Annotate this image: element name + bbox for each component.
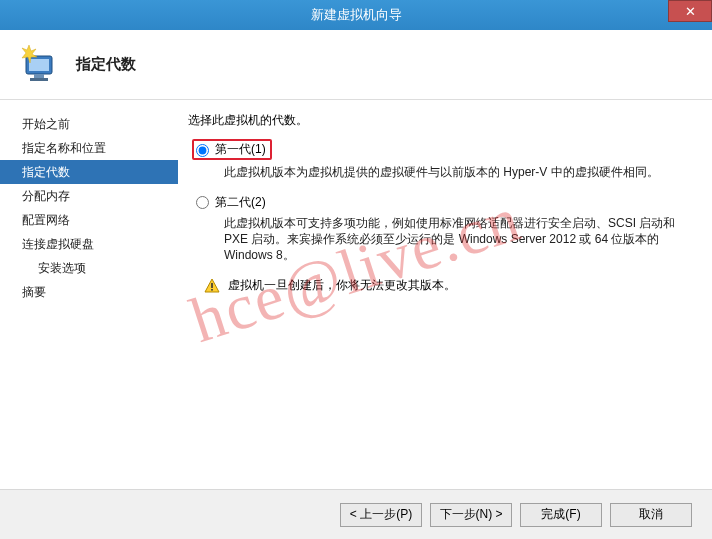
generation-1-option-highlight: 第一代(1): [192, 139, 272, 160]
svg-rect-3: [30, 78, 48, 81]
sidebar-step-6[interactable]: 安装选项: [0, 256, 178, 280]
wizard-icon: [18, 44, 60, 86]
sidebar-step-4[interactable]: 配置网络: [0, 208, 178, 232]
cancel-button[interactable]: 取消: [610, 503, 692, 527]
close-icon: ✕: [685, 4, 696, 19]
sidebar-step-0[interactable]: 开始之前: [0, 112, 178, 136]
sidebar-step-5[interactable]: 连接虚拟硬盘: [0, 232, 178, 256]
window-title: 新建虚拟机向导: [311, 6, 402, 24]
generation-1-description: 此虚拟机版本为虚拟机提供的虚拟硬件与以前版本的 Hyper-V 中的虚拟硬件相同…: [224, 164, 688, 180]
svg-rect-2: [34, 74, 44, 78]
sidebar-step-2[interactable]: 指定代数: [0, 160, 178, 184]
generation-2-description: 此虚拟机版本可支持多项功能，例如使用标准网络适配器进行安全启动、SCSI 启动和…: [224, 215, 688, 263]
svg-rect-7: [211, 289, 213, 291]
generation-2-label[interactable]: 第二代(2): [215, 194, 266, 211]
generation-1-label[interactable]: 第一代(1): [215, 141, 266, 158]
next-button[interactable]: 下一步(N) >: [430, 503, 512, 527]
title-bar: 新建虚拟机向导 ✕: [0, 0, 712, 30]
warning-text: 虚拟机一旦创建后，你将无法更改其版本。: [228, 277, 456, 294]
previous-button[interactable]: < 上一步(P): [340, 503, 422, 527]
sidebar-step-1[interactable]: 指定名称和位置: [0, 136, 178, 160]
generation-1-radio[interactable]: [196, 144, 209, 157]
sidebar-step-7[interactable]: 摘要: [0, 280, 178, 304]
generation-2-radio[interactable]: [196, 196, 209, 209]
svg-rect-6: [211, 283, 213, 288]
warning-icon: [204, 278, 220, 294]
wizard-steps-sidebar: 开始之前指定名称和位置指定代数分配内存配置网络连接虚拟硬盘安装选项摘要: [0, 100, 178, 489]
close-button[interactable]: ✕: [668, 0, 712, 22]
content-intro: 选择此虚拟机的代数。: [188, 112, 688, 129]
wizard-footer: < 上一步(P) 下一步(N) > 完成(F) 取消: [0, 489, 712, 539]
page-title: 指定代数: [76, 55, 136, 74]
wizard-header: 指定代数: [0, 30, 712, 100]
finish-button[interactable]: 完成(F): [520, 503, 602, 527]
wizard-content: 选择此虚拟机的代数。 第一代(1) 此虚拟机版本为虚拟机提供的虚拟硬件与以前版本…: [178, 100, 712, 489]
svg-rect-1: [29, 59, 49, 71]
sidebar-step-3[interactable]: 分配内存: [0, 184, 178, 208]
